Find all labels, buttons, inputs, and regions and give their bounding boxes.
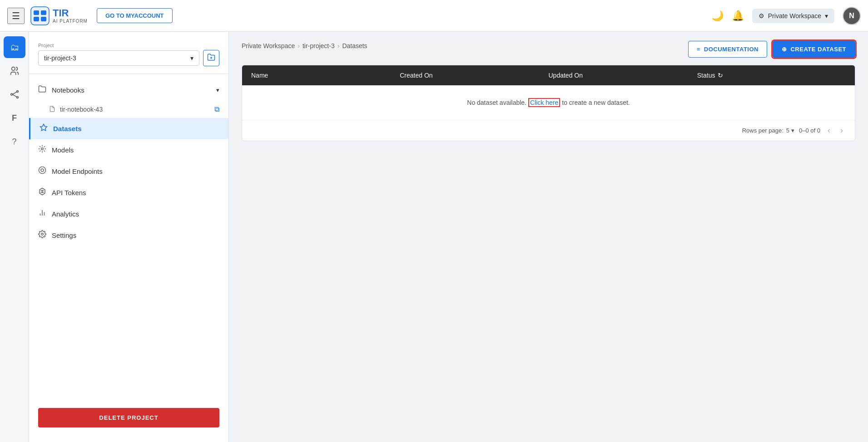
sidebar-item-notebooks[interactable]: Notebooks ▾ bbox=[29, 79, 228, 101]
sidebar-icon-users[interactable] bbox=[4, 60, 25, 82]
logo-text: TIR AI PLATFORM bbox=[53, 8, 88, 24]
svg-point-16 bbox=[41, 169, 44, 172]
refresh-icon[interactable]: ↻ bbox=[718, 72, 723, 79]
datasets-nav-icon bbox=[40, 123, 48, 134]
settings-label: Settings bbox=[52, 231, 76, 239]
settings-icon bbox=[38, 230, 46, 241]
sidebar-item-models[interactable]: Models bbox=[29, 139, 228, 161]
svg-line-10 bbox=[12, 94, 16, 97]
documentation-button[interactable]: ≡ DOCUMENTATION bbox=[688, 41, 767, 58]
after-link-text: to create a new dataset. bbox=[562, 99, 630, 106]
workspace-caret-icon: ▾ bbox=[825, 12, 828, 20]
svg-point-8 bbox=[16, 97, 18, 98]
col-name: Name bbox=[251, 72, 400, 79]
prev-page-button[interactable]: ‹ bbox=[825, 125, 833, 136]
create-dataset-icon: ⊕ bbox=[782, 46, 787, 53]
dataset-table: Name Created On Updated On Status ↻ No d… bbox=[242, 65, 855, 141]
sidebar-icon-pipelines[interactable] bbox=[4, 83, 25, 105]
doc-icon: ≡ bbox=[697, 46, 700, 53]
sidebar-subitem-notebook-43[interactable]: tir-notebook-43 ⧉ bbox=[29, 101, 228, 118]
notebooks-caret-icon: ▾ bbox=[216, 87, 219, 93]
analytics-label: Analytics bbox=[52, 210, 79, 218]
go-myaccount-button[interactable]: GO TO MYACCOUNT bbox=[97, 8, 173, 23]
logo-area: TIR AI PLATFORM bbox=[30, 6, 88, 26]
svg-rect-1 bbox=[34, 10, 39, 15]
doc-label: DOCUMENTATION bbox=[704, 46, 759, 53]
hamburger-button[interactable]: ☰ bbox=[7, 8, 25, 24]
breadcrumb: Private Workspace › tir-project-3 › Data… bbox=[242, 42, 367, 49]
model-endpoints-icon bbox=[38, 166, 46, 177]
project-caret-icon: ▾ bbox=[190, 54, 193, 62]
next-page-button[interactable]: › bbox=[838, 125, 846, 136]
svg-point-5 bbox=[11, 67, 15, 70]
sidebar-item-settings[interactable]: Settings bbox=[29, 225, 228, 246]
top-nav: ☰ TIR AI PLATFORM GO TO MYACCOUNT 🌙 🔔 ⚙ … bbox=[0, 0, 868, 32]
svg-point-24 bbox=[41, 233, 44, 236]
icon-sidebar: 🗂 F ? bbox=[0, 32, 29, 442]
user-avatar[interactable]: N bbox=[843, 7, 861, 25]
logo-tir-label: TIR bbox=[53, 8, 88, 19]
svg-rect-2 bbox=[41, 10, 46, 15]
svg-point-14 bbox=[41, 148, 44, 150]
project-select-row: tir-project-3 ▾ bbox=[38, 50, 219, 66]
notifications-button[interactable]: 🔔 bbox=[732, 10, 744, 22]
rows-per-page: Rows per page: 5 ▾ bbox=[742, 127, 794, 134]
delete-project-button[interactable]: DELETE PROJECT bbox=[38, 408, 219, 427]
rows-per-page-select[interactable]: 5 ▾ bbox=[786, 127, 794, 134]
breadcrumb-datasets: Datasets bbox=[342, 42, 367, 49]
page-range: 0–0 of 0 bbox=[799, 127, 820, 134]
sidebar-icon-datasets[interactable]: 🗂 bbox=[4, 36, 25, 58]
project-label: Project bbox=[38, 43, 219, 48]
rows-per-page-caret-icon: ▾ bbox=[791, 127, 794, 134]
col-updated-on: Updated On bbox=[549, 72, 697, 79]
table-empty-row: No dataset available. Click here to crea… bbox=[242, 85, 855, 120]
svg-point-6 bbox=[10, 93, 12, 95]
svg-rect-0 bbox=[31, 7, 49, 25]
breadcrumb-sep-1: › bbox=[298, 42, 300, 49]
col-created-on: Created On bbox=[400, 72, 548, 79]
table-header: Name Created On Updated On Status ↻ bbox=[242, 65, 855, 85]
breadcrumb-sep-2: › bbox=[337, 42, 340, 49]
no-dataset-text: No dataset available. bbox=[467, 99, 526, 106]
sidebar-icon-help[interactable]: ? bbox=[4, 131, 25, 152]
sidebar-icon-fonts[interactable]: F bbox=[4, 107, 25, 129]
notebooks-label: Notebooks bbox=[52, 86, 84, 94]
svg-rect-4 bbox=[41, 17, 46, 21]
project-dropdown[interactable]: tir-project-3 ▾ bbox=[38, 50, 199, 66]
datasets-label: Datasets bbox=[53, 125, 82, 133]
analytics-icon bbox=[38, 209, 46, 219]
sidebar-item-analytics[interactable]: Analytics bbox=[29, 203, 228, 225]
models-label: Models bbox=[52, 146, 74, 154]
models-icon bbox=[38, 145, 46, 155]
sidebar-item-api-tokens[interactable]: API Tokens bbox=[29, 182, 228, 203]
rows-per-page-label: Rows per page: bbox=[742, 127, 784, 134]
external-link-icon[interactable]: ⧉ bbox=[214, 105, 219, 113]
dark-mode-button[interactable]: 🌙 bbox=[711, 10, 724, 22]
sidebar-item-datasets[interactable]: Datasets bbox=[29, 118, 228, 139]
main-layout: 🗂 F ? Project tir-project-3 ▾ bbox=[0, 32, 868, 442]
breadcrumb-workspace: Private Workspace bbox=[242, 42, 295, 49]
project-folder-button[interactable] bbox=[203, 50, 219, 66]
add-project-icon bbox=[207, 53, 215, 64]
left-panel: Project tir-project-3 ▾ Notebooks bbox=[29, 32, 229, 442]
api-tokens-label: API Tokens bbox=[52, 189, 86, 196]
main-content: Private Workspace › tir-project-3 › Data… bbox=[229, 32, 868, 442]
notebook-43-label: tir-notebook-43 bbox=[60, 106, 103, 113]
logo-sub-label: AI PLATFORM bbox=[53, 19, 88, 24]
workspace-button[interactable]: ⚙ Private Workspace ▾ bbox=[752, 9, 834, 23]
svg-line-9 bbox=[12, 92, 16, 95]
nav-section: Notebooks ▾ tir-notebook-43 ⧉ Datasets bbox=[29, 74, 228, 401]
notebook-file-icon bbox=[49, 106, 55, 113]
workspace-label: Private Workspace bbox=[768, 12, 821, 20]
rows-per-page-value: 5 bbox=[786, 127, 789, 134]
sidebar-item-model-endpoints[interactable]: Model Endpoints bbox=[29, 161, 228, 182]
col-status: Status ↻ bbox=[697, 72, 846, 79]
svg-point-7 bbox=[16, 91, 18, 93]
workspace-icon: ⚙ bbox=[759, 12, 764, 20]
breadcrumb-project: tir-project-3 bbox=[303, 42, 335, 49]
create-dataset-label: CREATE DATASET bbox=[790, 46, 846, 53]
api-tokens-icon bbox=[38, 187, 46, 198]
header-actions: ≡ DOCUMENTATION ⊕ CREATE DATASET bbox=[688, 41, 855, 58]
click-here-link[interactable]: Click here bbox=[528, 98, 560, 107]
create-dataset-button[interactable]: ⊕ CREATE DATASET bbox=[773, 41, 855, 58]
